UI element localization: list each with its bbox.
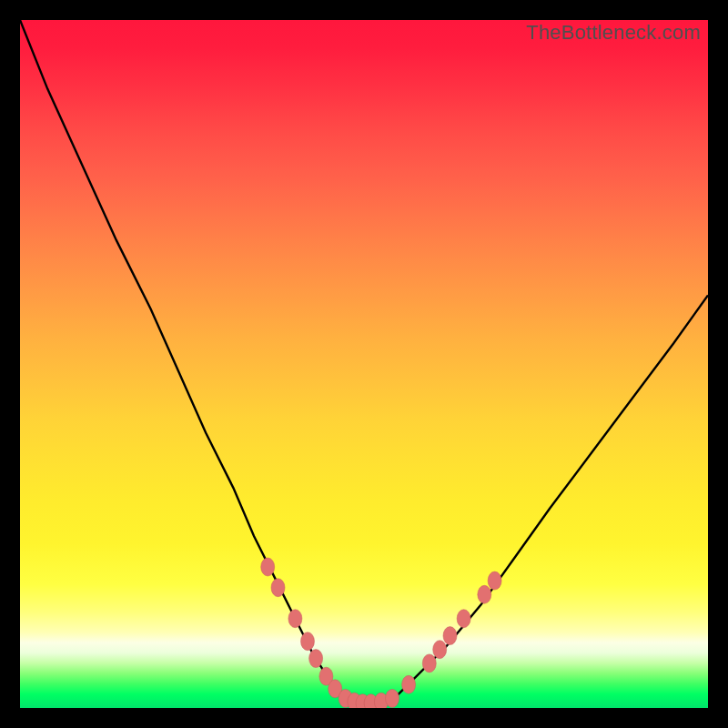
highlight-dot (433, 641, 447, 659)
highlight-dot (288, 610, 302, 628)
bottleneck-curve-path (20, 20, 708, 704)
watermark-text: TheBottleneck.com (526, 21, 701, 45)
plot-area: TheBottleneck.com (20, 20, 708, 708)
highlight-dot (478, 585, 491, 603)
highlight-dot (386, 689, 399, 707)
highlight-dot (422, 654, 436, 672)
outer-frame: TheBottleneck.com (0, 0, 728, 728)
highlight-dot (443, 627, 457, 645)
highlight-dot (261, 558, 275, 576)
highlight-dot (301, 632, 315, 651)
highlight-dot (457, 610, 470, 628)
highlight-dot (271, 579, 285, 597)
highlight-dot (402, 675, 416, 693)
curve-layer (20, 20, 708, 708)
highlight-dot (488, 571, 501, 590)
highlight-dot (309, 650, 323, 668)
highlight-dots-group (261, 558, 501, 708)
